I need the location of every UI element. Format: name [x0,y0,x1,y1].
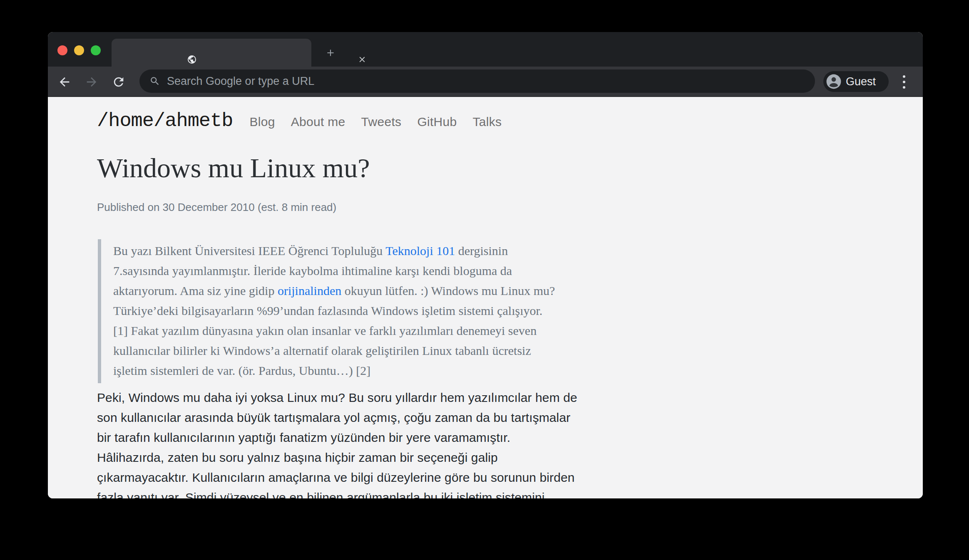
profile-label: Guest [846,75,876,88]
body-line: Hâlihazırda, zaten bu soru yalnız başına… [97,448,577,468]
blockquote-text: aktarıyorum. Ama siz yine gidip [113,284,278,297]
article-title: Windows mu Linux mu? [97,154,370,182]
blockquote-text: [1] Fakat yazılım dünyasına yakın olan i… [113,324,537,337]
blockquote-text: Bu yazı Bilkent Üniversitesi IEEE Öğrenc… [113,244,385,258]
browser-menu-icon[interactable] [899,74,909,90]
blockquote-text: Türkiye’deki bilgisayarların %99’undan f… [113,304,542,317]
fullscreen-window-button[interactable] [91,45,101,55]
blockquote-text: işletim sistemleri de var. (ör. Pardus, … [113,364,370,377]
blockquote-text: 7.sayısında yayımlanmıştır. İleride kayb… [113,264,512,278]
inline-link[interactable]: orijinalinden [278,284,341,297]
address-bar[interactable] [139,69,815,93]
blockquote-line: Türkiye’deki bilgisayarların %99’undan f… [113,301,555,321]
blockquote-text: kullanıcılar bilirler ki Windows’a alter… [113,344,531,357]
tab-title [203,47,345,59]
close-window-button[interactable] [57,45,67,55]
article-meta: Published on 30 December 2010 (est. 8 mi… [97,201,336,214]
tab-close-icon[interactable] [358,55,367,64]
tab-strip [48,32,923,67]
body-line: bir tarafın kullanıcılarının yaptığı fan… [97,428,577,448]
blockquote-text: dergisinin [455,244,508,258]
forward-icon[interactable] [84,75,99,89]
minimize-window-button[interactable] [74,45,84,55]
site-brand-link[interactable]: /home/ahmetb [97,110,233,132]
site-nav: BlogAbout meTweetsGitHubTalks [249,115,502,129]
address-input[interactable] [166,74,807,88]
nav-link-talks[interactable]: Talks [473,115,502,129]
blockquote-line: işletim sistemleri de var. (ör. Pardus, … [113,361,555,381]
site-masthead: /home/ahmetb BlogAbout meTweetsGitHubTal… [97,110,502,132]
body-line: Peki, Windows mu daha iyi yoksa Linux mu… [97,388,577,408]
blockquote-line: 7.sayısında yayımlanmıştır. İleride kayb… [113,261,555,281]
desktop: { "window": { "tab": { "title": "" }, "t… [0,0,969,560]
article-body: Peki, Windows mu daha iyi yoksa Linux mu… [97,388,577,498]
page-content: /home/ahmetb BlogAbout meTweetsGitHubTal… [48,97,923,498]
inline-link[interactable]: Teknoloji 101 [385,244,455,258]
browser-toolbar: Guest [48,67,923,97]
blockquote-line: [1] Fakat yazılım dünyasına yakın olan i… [113,321,555,341]
body-line: çıkarmayacaktır. Kullanıcıların amaçları… [97,468,577,488]
body-line: son kullanıcılar arasında büyük tartışma… [97,408,577,428]
nav-link-blog[interactable]: Blog [249,115,275,129]
nav-link-github[interactable]: GitHub [417,115,457,129]
blockquote-text: okuyun lütfen. :) Windows mu Linux mu? [341,284,555,297]
profile-chip[interactable]: Guest [823,71,889,92]
blockquote-line: aktarıyorum. Ama siz yine gidip orijinal… [113,281,555,301]
new-tab-button[interactable] [325,47,336,58]
blockquote-line: Bu yazı Bilkent Üniversitesi IEEE Öğrenc… [113,241,555,261]
search-icon [149,76,160,87]
article-blockquote: Bu yazı Bilkent Üniversitesi IEEE Öğrenc… [98,239,555,383]
guest-avatar-icon [826,74,842,89]
blockquote-line: kullanıcılar bilirler ki Windows’a alter… [113,341,555,361]
nav-link-tweets[interactable]: Tweets [361,115,402,129]
browser-window: Guest /home/ahmetb BlogAbout meTweetsGit… [48,32,923,498]
reload-icon[interactable] [112,75,126,89]
back-icon[interactable] [57,75,72,89]
globe-favicon-icon [187,55,197,64]
nav-link-about-me[interactable]: About me [291,115,345,129]
body-line: fazla yanıtı var. Şimdi yüzeysel ve en b… [97,488,577,498]
browser-tab[interactable] [112,39,311,67]
